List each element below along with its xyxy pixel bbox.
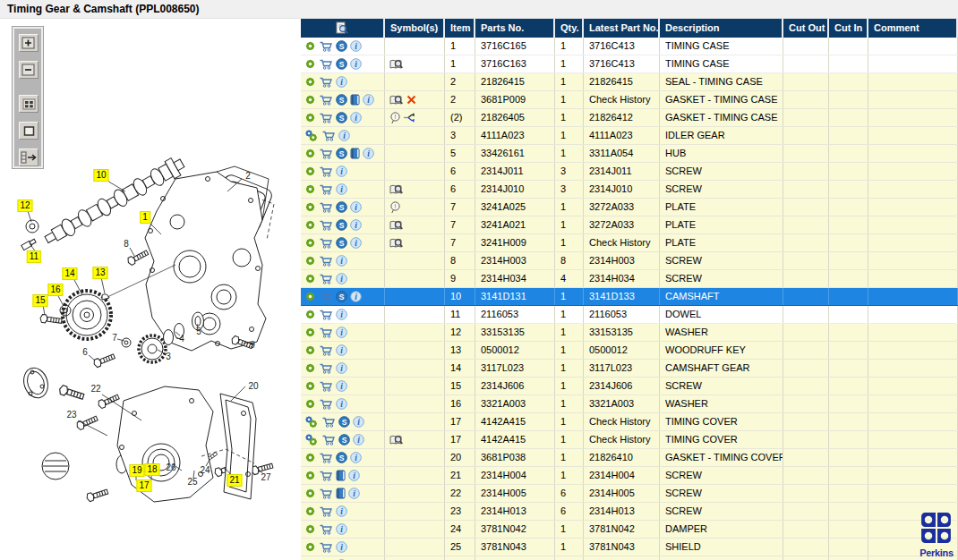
gear-icon[interactable] [304, 291, 316, 302]
cart-icon[interactable] [319, 183, 333, 196]
info-icon[interactable]: i [348, 470, 360, 481]
info-icon[interactable]: i [353, 416, 364, 428]
info-icon[interactable]: i [336, 273, 347, 284]
cart-icon[interactable] [319, 470, 333, 482]
s-badge-icon[interactable]: S [338, 434, 350, 445]
single-window-button[interactable] [19, 122, 38, 140]
tile-windows-button[interactable] [19, 95, 38, 113]
diagram-callout-26[interactable]: 26 [164, 462, 177, 473]
book-icon[interactable] [350, 94, 360, 106]
cart-icon[interactable] [319, 148, 333, 160]
info-icon[interactable]: i [336, 309, 347, 320]
gear-icon[interactable] [304, 273, 316, 284]
table-row[interactable]: i222314H00562314H005SCREW [301, 485, 958, 503]
info-icon[interactable]: i [336, 165, 347, 177]
zoom-in-button[interactable] [19, 34, 38, 52]
table-row[interactable]: Si!73241A02513272A033PLATE [301, 199, 958, 216]
cart-icon[interactable] [319, 58, 333, 71]
diagram-callout-12[interactable]: 12 [17, 199, 32, 212]
s-badge-icon[interactable]: S [336, 148, 347, 159]
table-row[interactable]: i232314H01362314H013SCREW [301, 503, 958, 521]
info-icon[interactable]: i [348, 488, 360, 499]
table-row[interactable]: i143117L02313117L023CAMSHAFT GEAR [301, 360, 958, 378]
cart-icon[interactable] [319, 523, 333, 536]
view-symbol-icon[interactable] [389, 58, 405, 71]
cart-icon[interactable] [321, 130, 336, 142]
s-badge-icon[interactable]: S [336, 112, 347, 123]
view-symbol-icon[interactable] [389, 434, 405, 446]
info-icon[interactable]: i [350, 237, 362, 249]
gear-icon[interactable] [304, 488, 316, 499]
diagram-callout-7[interactable]: 7 [110, 333, 119, 344]
red-x-icon[interactable] [406, 95, 416, 105]
cart-icon[interactable] [319, 40, 333, 53]
info-icon[interactable]: i [353, 434, 364, 445]
diagram-callout-19[interactable]: 19 [129, 464, 144, 477]
cart-icon[interactable] [319, 219, 333, 232]
diagram-callout-10[interactable]: 10 [93, 169, 108, 182]
gear-icon[interactable] [304, 237, 316, 249]
diagram-callout-22[interactable]: 22 [89, 384, 102, 395]
toggle-panel-button[interactable] [19, 148, 38, 166]
table-row[interactable]: i253781N04313781N043SHIELD [301, 539, 958, 556]
diagram-callout-3[interactable]: 3 [164, 352, 173, 362]
cart-icon[interactable] [319, 380, 333, 393]
cart-icon[interactable] [319, 505, 333, 518]
gear-icon[interactable] [304, 362, 316, 374]
gear-icon[interactable] [304, 470, 316, 481]
diagram-callout-17[interactable]: 17 [136, 479, 151, 492]
split-arrow-icon[interactable] [403, 112, 415, 123]
info-icon[interactable]: i [350, 112, 362, 123]
cart-icon[interactable] [319, 201, 333, 214]
gear-icon[interactable] [304, 452, 316, 463]
view-symbol-icon[interactable] [389, 219, 405, 232]
table-row[interactable]: Si13716C16513716C413TIMING CASE [301, 38, 958, 55]
table-row[interactable]: i62314J01132314J011SCREW [301, 163, 958, 181]
s-badge-icon[interactable]: S [336, 291, 347, 302]
s-badge-icon[interactable]: S [336, 237, 347, 249]
table-row[interactable]: i221826415121826415SEAL - TIMING CASE [301, 73, 958, 91]
diagram-callout-20[interactable]: 20 [246, 381, 260, 392]
gear-icon[interactable] [304, 398, 316, 410]
cart-icon[interactable] [319, 273, 333, 285]
info-icon[interactable]: i [363, 148, 374, 159]
cart-icon[interactable] [319, 327, 333, 339]
gear-icon[interactable] [304, 309, 316, 320]
cart-icon[interactable] [319, 165, 333, 178]
gear-icon[interactable] [304, 255, 316, 267]
table-row[interactable]: Si53342616113311A054HUB [301, 145, 958, 163]
doc-search-icon[interactable] [335, 21, 349, 35]
table-row[interactable]: Si203681P038121826410GASKET - TIMING COV… [301, 449, 958, 467]
info-icon[interactable]: i [363, 94, 374, 106]
table-row[interactable]: i13050001210500012WOODRUFF KEY [301, 342, 958, 360]
info-icon[interactable]: i [336, 76, 347, 88]
s-badge-icon[interactable]: S [336, 94, 347, 106]
table-row[interactable]: Si103141D13113141D133CAMSHAFT [301, 288, 958, 306]
gear-icon[interactable] [304, 165, 316, 177]
table-row[interactable]: i82314H00382314H003SCREW [301, 252, 958, 270]
gear-icon[interactable] [304, 327, 316, 338]
gear-icon[interactable] [304, 94, 316, 106]
view-symbol-icon[interactable] [389, 237, 405, 250]
table-row[interactable]: i [301, 556, 958, 560]
info-icon[interactable]: i [350, 40, 362, 52]
view-symbol-icon[interactable] [389, 183, 405, 196]
cart-icon[interactable] [319, 344, 333, 357]
diagram-callout-6[interactable]: 6 [81, 347, 90, 358]
book-icon[interactable] [350, 148, 360, 159]
diagram-callout-23[interactable]: 23 [64, 410, 78, 420]
table-row[interactable]: i62314J01032314J010SCREW [301, 181, 958, 199]
diagram-callout-16[interactable]: 16 [47, 284, 63, 296]
diagram-callout-2[interactable]: 2 [244, 171, 252, 182]
gears-icon[interactable] [304, 434, 319, 446]
info-icon[interactable]: i [336, 183, 347, 195]
cart-icon[interactable] [319, 452, 333, 464]
gear-icon[interactable] [304, 505, 316, 517]
balloon-icon[interactable]: ! [389, 112, 401, 124]
table-row[interactable]: i152314J60612314J606SCREW [301, 378, 958, 395]
info-icon[interactable]: i [336, 380, 347, 392]
diagram-callout-21[interactable]: 21 [227, 474, 242, 487]
cart-icon[interactable] [319, 488, 333, 500]
table-row[interactable]: Si73241A02113272A033PLATE [301, 216, 958, 234]
gears-icon[interactable] [304, 130, 319, 142]
